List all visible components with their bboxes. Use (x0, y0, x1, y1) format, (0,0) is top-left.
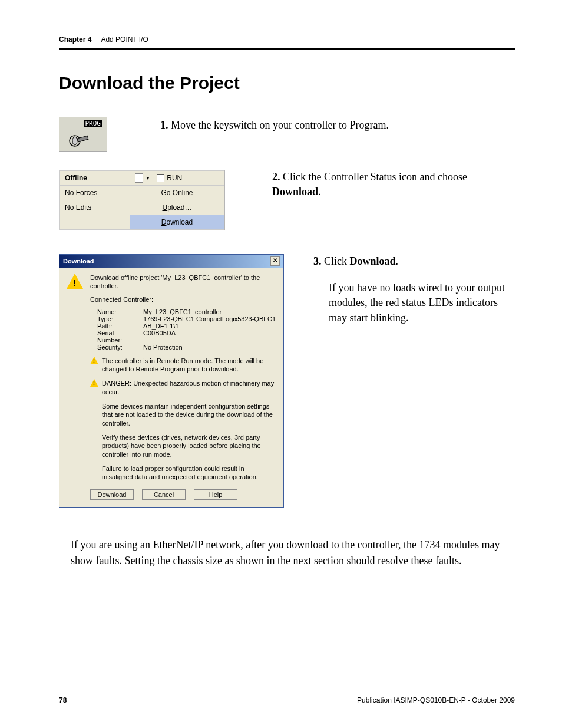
dialog-cancel-button[interactable]: Cancel (142, 489, 186, 500)
chapter-title: Add POINT I/O (101, 35, 148, 44)
keyswitch-icon (68, 133, 91, 148)
menu-download[interactable]: Download (130, 215, 224, 230)
serial-label: Serial Number: (97, 330, 140, 344)
step3-text-b: Download (350, 255, 396, 267)
run-checkbox[interactable] (157, 174, 164, 182)
closing-paragraph: If you are using an EtherNet/IP network,… (71, 537, 503, 568)
connected-controller-label: Connected Controller: (90, 295, 276, 304)
security-label: Security: (97, 344, 140, 351)
controller-status-widget: Offline ▼ RUN No Forces (59, 170, 225, 230)
svg-point-1 (72, 137, 77, 145)
step2-text-b: Download (272, 186, 318, 197)
dialog-close-button[interactable]: ✕ (270, 256, 280, 266)
step3-number: 3. (313, 255, 322, 267)
serial-value: C00B05DA (143, 330, 176, 344)
empty-cell (60, 215, 130, 230)
name-label: Name: (97, 308, 140, 315)
dialog-intro: Download offline project 'My_L23_QBFC1_c… (90, 274, 276, 291)
step1-number: 1. (160, 119, 168, 131)
step1-text: Move the keyswitch on your controller to… (171, 119, 389, 131)
path-value: AB_DF1-1\1 (143, 322, 179, 330)
page-footer: 78 Publication IASIMP-QS010B-EN-P - Octo… (59, 696, 515, 704)
dropdown-arrow-icon[interactable]: ▼ (146, 176, 150, 181)
step3-paragraph: If you have no loads wired to your outpu… (329, 281, 515, 325)
step3-text-c: . (396, 255, 399, 267)
warning-icon-large: ! (67, 274, 84, 291)
dialog-warn1: The controller is in Remote Run mode. Th… (102, 357, 276, 374)
running-header: Chapter 4 Add POINT I/O (59, 35, 515, 50)
dialog-titlebar: Download ✕ (59, 255, 283, 268)
status-run-cell[interactable]: ▼ RUN (130, 171, 224, 186)
run-label: RUN (167, 174, 182, 182)
svg-rect-2 (77, 136, 88, 141)
dialog-help-button[interactable]: Help (194, 489, 237, 500)
offline-label: Offline (65, 174, 87, 182)
dialog-warn2: DANGER: Unexpected hazardous motion of m… (102, 379, 276, 396)
status-offline-cell[interactable]: Offline (60, 171, 130, 186)
chapter-label: Chapter 4 (59, 35, 91, 44)
dialog-title-text: Download (63, 258, 94, 265)
prog-icon-label: PROG (84, 120, 103, 127)
step2-text-c: . (318, 186, 321, 197)
section-title: Download the Project (59, 73, 515, 93)
prog-keyswitch-image: PROG (59, 117, 107, 152)
menu-upload[interactable]: Upload… (130, 200, 224, 215)
download-dialog: Download ✕ ! Download offline project 'M… (59, 254, 284, 508)
menu-go-online[interactable]: Go Online (130, 186, 224, 200)
path-label: Path: (97, 322, 140, 330)
dialog-download-button[interactable]: Download (90, 489, 134, 500)
controller-status-icon[interactable] (135, 173, 143, 183)
step2-text-a: Click the Controller Status icon and cho… (283, 171, 467, 183)
type-value: 1769-L23-QBFC1 CompactLogix5323-QBFC1 (143, 315, 276, 322)
publication-id: Publication IASIMP-QS010B-EN-P - October… (357, 696, 515, 704)
no-edits-cell[interactable]: No Edits (60, 200, 130, 215)
dialog-note3: Failure to load proper configuration cou… (102, 465, 276, 482)
step3-text-a: Click (324, 255, 350, 267)
step2-number: 2. (272, 171, 280, 183)
page-number: 78 (59, 696, 67, 704)
dialog-note2: Verify these devices (drives, network de… (102, 433, 276, 459)
name-value: My_L23_QBFC1_controller (143, 308, 222, 315)
no-forces-cell[interactable]: No Forces (60, 186, 130, 200)
security-value: No Protection (143, 344, 183, 351)
warning-icon-small-2 (90, 379, 98, 387)
warning-icon-small-1 (90, 357, 98, 364)
type-label: Type: (97, 315, 140, 322)
dialog-note1: Some devices maintain independent config… (102, 402, 276, 427)
